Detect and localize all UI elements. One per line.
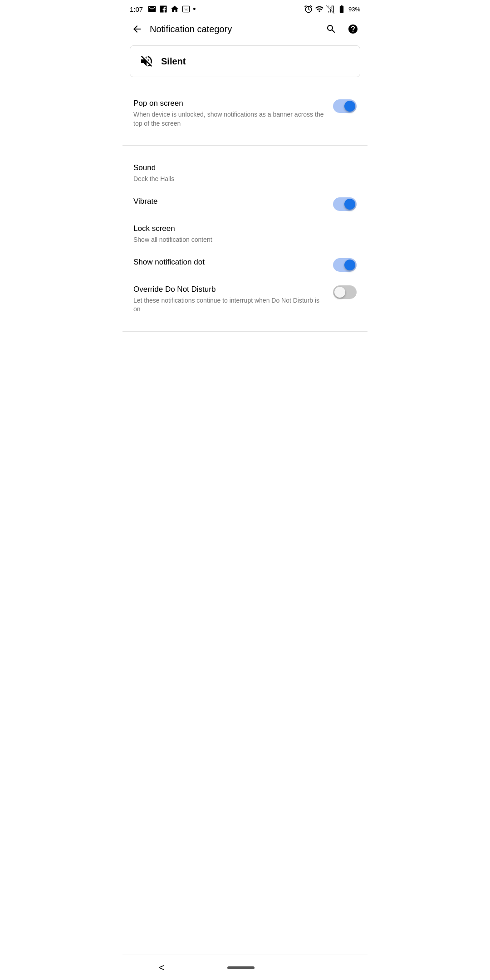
override-dnd-toggle[interactable]: [333, 285, 357, 299]
lock-screen-text: Lock screen Show all notification conten…: [133, 224, 357, 245]
silent-icon: [139, 54, 154, 69]
alarm-icon: [304, 5, 313, 14]
vibrate-toggle[interactable]: [333, 197, 357, 211]
back-arrow-icon: [132, 24, 142, 34]
lock-screen-title: Lock screen: [133, 224, 349, 234]
vibrate-row: Vibrate: [133, 190, 357, 217]
page-title: Notification category: [150, 24, 322, 34]
override-dnd-row: Override Do Not Disturb Let these notifi…: [133, 278, 357, 320]
override-dnd-toggle-knob: [334, 287, 345, 298]
notification-dot-toggle[interactable]: [333, 258, 357, 272]
facebook-icon: [159, 5, 168, 14]
silent-label: Silent: [161, 56, 186, 67]
notification-dot-text: Show notification dot: [133, 257, 333, 267]
help-button[interactable]: [344, 20, 362, 38]
app-bar: Notification category: [122, 16, 368, 42]
pop-on-screen-row: Pop on screen When device is unlocked, s…: [133, 92, 357, 134]
sound-subtitle: Deck the Halls: [133, 175, 349, 184]
status-left: 1:07 ring •: [130, 5, 196, 14]
svg-text:ring: ring: [184, 8, 189, 11]
override-dnd-subtitle: Let these notifications continue to inte…: [133, 296, 326, 314]
battery-percentage: 93%: [348, 6, 360, 13]
lock-screen-subtitle: Show all notification content: [133, 235, 349, 245]
notification-dot-toggle-container: [333, 258, 357, 272]
signal-icon: [326, 5, 335, 14]
battery-icon: [337, 5, 347, 14]
override-dnd-toggle-container: [333, 285, 357, 299]
pop-on-screen-section: Pop on screen When device is unlocked, s…: [122, 85, 368, 142]
override-dnd-title: Override Do Not Disturb: [133, 284, 326, 294]
gmail-icon: [147, 5, 157, 14]
status-bar: 1:07 ring •: [122, 0, 368, 16]
divider-2: [122, 145, 368, 146]
sound-row[interactable]: Sound Deck the Halls: [133, 157, 357, 190]
search-button[interactable]: [322, 20, 340, 38]
notification-dot-row: Show notification dot: [133, 251, 357, 278]
status-time: 1:07: [130, 5, 143, 13]
app-bar-actions: [322, 20, 362, 38]
back-button[interactable]: [128, 20, 146, 38]
search-icon: [326, 24, 337, 34]
sound-title: Sound: [133, 163, 349, 173]
status-icons-left: ring •: [147, 5, 196, 14]
divider-bottom: [122, 331, 368, 332]
wifi-icon: [315, 5, 324, 14]
notification-dot-toggle-knob: [344, 260, 355, 270]
home-icon: [170, 5, 179, 14]
status-right: 93%: [304, 5, 360, 14]
divider-1: [122, 81, 368, 81]
vibrate-toggle-container: [333, 197, 357, 211]
help-icon: [348, 24, 358, 34]
pop-on-screen-toggle-container: [333, 99, 357, 113]
sound-section: Sound Deck the Halls Vibrate Lock screen…: [122, 149, 368, 328]
vibrate-toggle-knob: [344, 199, 355, 210]
sound-text: Sound Deck the Halls: [133, 163, 357, 184]
notification-dot-title: Show notification dot: [133, 257, 326, 267]
lock-screen-row[interactable]: Lock screen Show all notification conten…: [133, 217, 357, 251]
pop-on-screen-title: Pop on screen: [133, 98, 326, 108]
override-dnd-text: Override Do Not Disturb Let these notifi…: [133, 284, 333, 314]
ring-icon: ring: [181, 5, 191, 14]
pop-on-screen-toggle[interactable]: [333, 99, 357, 113]
pop-on-screen-toggle-knob: [344, 101, 355, 112]
pop-on-screen-text: Pop on screen When device is unlocked, s…: [133, 98, 333, 128]
dot-indicator: •: [193, 5, 196, 14]
pop-on-screen-subtitle: When device is unlocked, show notificati…: [133, 110, 326, 128]
silent-card[interactable]: Silent: [130, 45, 360, 77]
vibrate-text: Vibrate: [133, 196, 333, 206]
vibrate-title: Vibrate: [133, 196, 326, 206]
